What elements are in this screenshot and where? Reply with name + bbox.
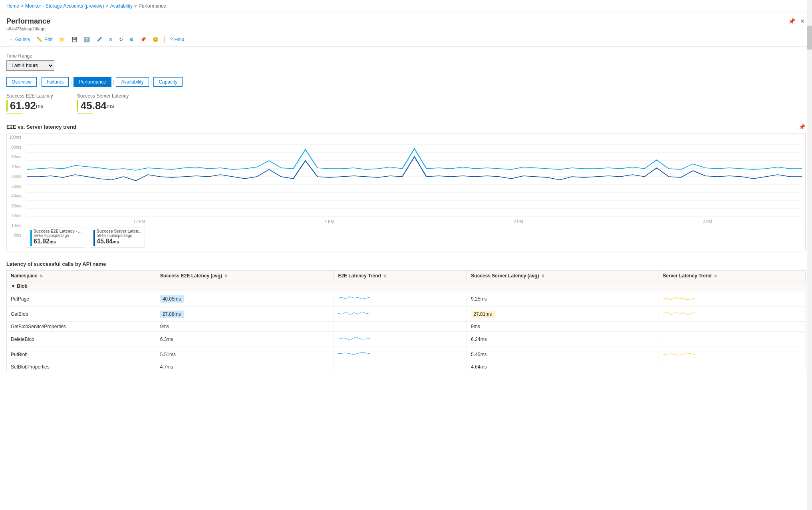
settings-button[interactable]: ⚙ (127, 35, 136, 44)
folder-button[interactable]: 📁 (57, 35, 68, 44)
refresh-button[interactable]: ↻ (117, 35, 125, 44)
legend-server-value: 45.84ms (97, 238, 141, 245)
row-putblob-server-trend (659, 347, 805, 362)
col-server-trend[interactable]: Server Latency Trend ⇅ (659, 271, 805, 281)
row-putpage-server: 9.25ms (467, 291, 659, 307)
chart-svg (27, 137, 802, 217)
row-putblob-e2e: 5.51ms (156, 347, 334, 362)
legend-item-e2e: Success E2E Latency - ... a64si75plosp2d… (27, 227, 85, 248)
metric-server-value: 45.84 (81, 100, 107, 112)
tab-failures[interactable]: Failures (42, 77, 69, 87)
metric-e2e-latency: Success E2E Latency 61.92 ms (6, 93, 53, 114)
spark-getblob-server (663, 309, 695, 318)
col-namespace[interactable]: Namespace ⇅ (7, 271, 156, 281)
legend-e2e-value: 61.92ms (34, 238, 81, 245)
metric-e2e-underline (6, 114, 22, 114)
edit-button[interactable]: ✏️ Edit (34, 35, 55, 44)
row-setblobprops-server-trend (659, 362, 805, 372)
save-button[interactable]: 💾 (69, 35, 80, 44)
sort-e2e-icon: ⇅ (224, 274, 227, 278)
col-server-avg[interactable]: Success Server Latency (avg) ⇅ (467, 271, 659, 281)
pin-button[interactable]: 📌 (788, 17, 796, 25)
group-blob: ▼ Blob (7, 281, 806, 291)
scrollbar-thumb[interactable] (807, 26, 812, 50)
row-setblobprops-server: 4.64ms (467, 362, 659, 372)
row-getblobservice-e2e-trend (334, 322, 467, 332)
tab-capacity[interactable]: Capacity (153, 77, 183, 87)
table-row: GetBlobServiceProperties 9ms 9ms (7, 322, 806, 332)
gear-icon: ⚙ (129, 37, 134, 42)
breadcrumb-home[interactable]: Home (6, 3, 19, 9)
breadcrumb-monitor[interactable]: Monitor - Storage Accounts (preview) (25, 3, 104, 9)
legend-item-server: Success Server Laten... a64si75plosp2dla… (90, 227, 145, 248)
close-button[interactable]: ✕ (799, 17, 806, 25)
row-deleteblob-server: 6.24ms (467, 332, 659, 347)
edit-icon: ✏️ (37, 37, 43, 42)
table-header: Namespace ⇅ Success E2E Latency (avg) ⇅ … (7, 271, 806, 281)
col-e2e-avg[interactable]: Success E2E Latency (avg) ⇅ (156, 271, 334, 281)
metric-e2e-unit: ms (36, 103, 44, 109)
row-getblob-e2e: 27.88ms (156, 307, 334, 322)
chart-x-axis: 12 PM 1 PM 2 PM 3 PM (44, 219, 802, 224)
group-blob-label: Blob (17, 283, 28, 289)
table-row: PutBlob 5.51ms 5.45ms (7, 347, 806, 362)
row-getblobservice-server-trend (659, 322, 805, 332)
row-getblobservice-name: GetBlobServiceProperties (7, 322, 156, 332)
refresh-icon: ↻ (119, 37, 123, 42)
time-range-select[interactable]: Last 4 hours Last 1 hour Last 12 hours L… (6, 60, 54, 71)
table-row: PutPage 40.05ms 9.25ms (7, 291, 806, 307)
getblob-server-bar: 27.81ms (471, 311, 495, 318)
table-section: Latency of successful calls by API name … (6, 261, 806, 372)
e2e-line (27, 149, 802, 170)
pin-icon: 📌 (140, 37, 146, 42)
upload-icon: ⬆️ (84, 37, 90, 42)
tab-availability[interactable]: Availability (116, 77, 149, 87)
toolbar-separator (164, 36, 165, 43)
save-icon: 💾 (71, 37, 77, 42)
help-button[interactable]: ? Help (168, 35, 187, 44)
row-putpage-name: PutPage (7, 291, 156, 307)
gallery-button[interactable]: ← Gallery (6, 35, 33, 44)
close-toolbar-button[interactable]: ✕ (106, 35, 115, 44)
latency-table: Namespace ⇅ Success E2E Latency (avg) ⇅ … (6, 270, 806, 372)
table-body: ▼ Blob PutPage 40.05ms 9.25ms (7, 281, 806, 372)
col-e2e-trend[interactable]: E2E Latency Trend ⇅ (334, 271, 467, 281)
spark-putblob-e2e (338, 349, 370, 359)
row-setblobprops-name: SetBlobProperties (7, 362, 156, 372)
toolbar: ← Gallery ✏️ Edit 📁 💾 ⬆️ 🖊️ ✕ ↻ ⚙ 📌 🙂 ? … (0, 33, 812, 47)
row-putpage-server-trend (659, 291, 805, 307)
row-putblob-name: PutBlob (7, 347, 156, 362)
row-setblobprops-e2e-trend (334, 362, 467, 372)
time-range-section: Time Range Last 4 hours Last 1 hour Last… (6, 53, 806, 71)
emoji-button[interactable]: 🙂 (150, 35, 161, 44)
group-expand-icon[interactable]: ▼ (11, 283, 16, 289)
metric-server-bar (77, 100, 78, 112)
row-putblob-e2e-trend (334, 347, 467, 362)
row-getblob-e2e-trend (334, 307, 467, 322)
metric-server-latency: Success Server Latency 45.84 ms (77, 93, 129, 114)
legend-e2e-name: Success E2E Latency - ... (34, 229, 81, 233)
breadcrumb-availability[interactable]: Availability (110, 3, 132, 9)
row-setblobprops-e2e: 4.7ms (156, 362, 334, 372)
page-subtitle: a64si75plosp2dlago (6, 26, 50, 31)
tab-performance[interactable]: Performance (73, 77, 111, 87)
spark-putpage-server (663, 293, 695, 303)
breadcrumb: Home > Monitor - Storage Accounts (previ… (0, 0, 812, 12)
table-row: GetBlob 27.88ms 27.81ms (7, 307, 806, 322)
row-getblob-server: 27.81ms (467, 307, 659, 322)
sort-namespace-icon: ⇅ (40, 274, 43, 278)
pin-toolbar-button[interactable]: 📌 (138, 35, 149, 44)
getblob-e2e-bar: 27.88ms (160, 311, 184, 318)
chart-area: 12 PM 1 PM 2 PM 3 PM (27, 137, 802, 224)
upload-button[interactable]: ⬆️ (81, 35, 92, 44)
row-deleteblob-e2e-trend (334, 332, 467, 347)
tab-overview[interactable]: Overview (6, 77, 37, 87)
putpage-e2e-bar: 40.05ms (160, 295, 184, 303)
chart-legend: Success E2E Latency - ... a64si75plosp2d… (27, 227, 802, 248)
table-row: SetBlobProperties 4.7ms 4.64ms (7, 362, 806, 372)
table-row: DeleteBlob 6.3ms 6.24ms (7, 332, 806, 347)
pen-button[interactable]: 🖊️ (94, 35, 105, 44)
main-content: Time Range Last 4 hours Last 1 hour Last… (0, 47, 812, 510)
scrollbar[interactable] (807, 0, 812, 510)
chart-pin-button[interactable]: 📌 (799, 124, 806, 130)
